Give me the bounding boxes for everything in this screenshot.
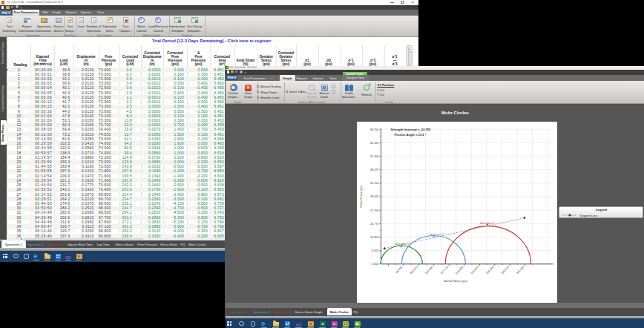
svg-text:Specimen 1: Specimen 1 (394, 243, 408, 246)
svg-text:27.700: 27.700 (370, 209, 378, 211)
svg-text:48.475: 48.475 (370, 168, 378, 171)
svg-text:6.925: 6.925 (372, 249, 378, 252)
svg-text:Specimen 3: Specimen 3 (479, 222, 493, 225)
svg-text:13.850: 13.850 (370, 235, 378, 238)
svg-text:Friction Angle = 13.6 °: Friction Angle = 13.6 ° (394, 133, 426, 137)
svg-text:20.775: 20.775 (370, 222, 378, 225)
svg-text:55.400: 55.400 (370, 154, 378, 157)
svg-text:41.550: 41.550 (370, 182, 378, 185)
svg-text:69.250: 69.250 (370, 128, 378, 131)
svg-text:Specimen 2: Specimen 2 (429, 232, 443, 235)
svg-text:Normal Stress (psi): Normal Stress (psi) (444, 279, 467, 282)
svg-text:Strength Intercept = -13.755: Strength Intercept = -13.755 (390, 128, 431, 131)
svg-text:62.325: 62.325 (370, 141, 378, 144)
svg-text:Shear Stress (psi): Shear Stress (psi) (360, 186, 363, 208)
svg-text:0.000: 0.000 (372, 263, 378, 266)
svg-text:34.625: 34.625 (370, 195, 378, 198)
